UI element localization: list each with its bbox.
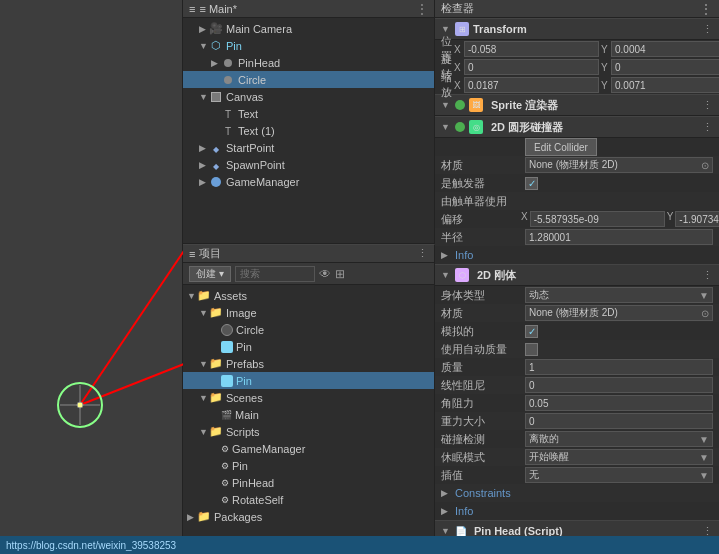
project-search-input[interactable] <box>235 266 315 282</box>
transform-header[interactable]: ▼ ⊞ Transform ⋮ <box>435 18 719 40</box>
rot-x-input[interactable] <box>464 59 599 75</box>
project-opts-btn[interactable]: ⋮ <box>417 247 428 260</box>
rigidbody-header[interactable]: ▼ ⬡ 2D 刚体 ⋮ <box>435 264 719 286</box>
item-label: GameManager <box>232 443 305 455</box>
project-item-main-scene[interactable]: 🎬 Main <box>183 406 434 423</box>
linear-drag-input[interactable] <box>525 377 713 393</box>
pos-x-field[interactable]: X <box>454 41 599 57</box>
scale-y-input[interactable] <box>611 77 719 93</box>
item-label: Main Camera <box>226 23 292 35</box>
item-label: Circle <box>236 324 264 336</box>
simulated-checkbox[interactable] <box>525 325 538 338</box>
offset-y-input[interactable] <box>675 211 719 227</box>
folder-icon: 📁 <box>197 289 211 302</box>
eye-icon[interactable]: 👁 <box>319 267 331 281</box>
create-button[interactable]: 创建 ▾ <box>189 266 231 282</box>
rot-y-field[interactable]: Y <box>601 59 719 75</box>
rb-material-row: 材质 None (物理材质 2D) ⊙ <box>435 304 719 322</box>
transform-options-btn[interactable]: ⋮ <box>702 23 713 36</box>
hierarchy-item-pin[interactable]: ▼ ⬡ Pin <box>183 37 434 54</box>
constraints-row[interactable]: ▶ Constraints <box>435 484 719 502</box>
script-icon: ⚙ <box>221 444 229 454</box>
gravity-input[interactable] <box>525 413 713 429</box>
hierarchy-item-text[interactable]: Text <box>183 105 434 122</box>
project-item-packages[interactable]: ▶ 📁 Packages <box>183 508 434 525</box>
body-type-row: 身体类型 动态 ▼ <box>435 286 719 304</box>
hierarchy-item-text1[interactable]: Text (1) <box>183 122 434 139</box>
project-item-pin-script[interactable]: ⚙ Pin <box>183 457 434 474</box>
inspector-title: 检查器 <box>441 1 474 16</box>
pos-x-input[interactable] <box>464 41 599 57</box>
hierarchy-item-pinhead[interactable]: ▶ PinHead <box>183 54 434 71</box>
mass-input[interactable] <box>525 359 713 375</box>
project-item-gamemanager-script[interactable]: ⚙ GameManager <box>183 440 434 457</box>
project-item-assets[interactable]: ▼ 📁 Assets <box>183 287 434 304</box>
project-item-pin-img[interactable]: Pin <box>183 338 434 355</box>
collision-dropdown[interactable]: 离散的 ▼ <box>525 431 713 447</box>
scene-circle-object[interactable] <box>55 380 105 430</box>
expand-arrow-icon: ▶ <box>441 506 451 516</box>
sprite-renderer-header[interactable]: ▼ 🖼 Sprite 渲染器 ⋮ <box>435 94 719 116</box>
auto-mass-checkbox[interactable] <box>525 343 538 356</box>
edit-collider-button[interactable]: Edit Collider <box>525 138 597 156</box>
hierarchy-item-gamemanager[interactable]: ▶ GameManager <box>183 173 434 190</box>
scene-view[interactable] <box>0 0 183 554</box>
auto-mass-label: 使用自动质量 <box>441 342 521 357</box>
rot-y-input[interactable] <box>611 59 719 75</box>
transform-label: Transform <box>473 23 527 35</box>
expand-arrow-icon: ▶ <box>441 250 451 260</box>
collider-info-row[interactable]: ▶ Info <box>435 246 719 264</box>
project-item-pinhead-script[interactable]: ⚙ PinHead <box>183 474 434 491</box>
project-item-circle[interactable]: Circle <box>183 321 434 338</box>
project-item-scenes[interactable]: ▼ 📁 Scenes <box>183 389 434 406</box>
sprite-options-btn[interactable]: ⋮ <box>702 99 713 112</box>
item-label: StartPoint <box>226 142 274 154</box>
radius-input[interactable] <box>525 229 713 245</box>
filter-icon[interactable]: ⊞ <box>335 267 345 281</box>
scale-y-field[interactable]: Y <box>601 77 719 93</box>
hierarchy-menu-icon[interactable]: ≡ <box>189 3 195 15</box>
project-item-prefabs[interactable]: ▼ 📁 Prefabs <box>183 355 434 372</box>
project-item-pin-prefab[interactable]: Pin <box>183 372 434 389</box>
sleep-dropdown[interactable]: 开始唤醒 ▼ <box>525 449 713 465</box>
inspector-options-btn[interactable]: ⋮ <box>699 1 713 17</box>
pos-y-field[interactable]: Y <box>601 41 719 57</box>
offset-x-input[interactable] <box>530 211 665 227</box>
trigger-checkbox[interactable] <box>525 177 538 190</box>
scene-circle-svg <box>55 380 105 430</box>
hierarchy-item-canvas[interactable]: ▼ Canvas <box>183 88 434 105</box>
rb-info-row[interactable]: ▶ Info <box>435 502 719 520</box>
interpolate-dropdown[interactable]: 无 ▼ <box>525 467 713 483</box>
dropdown-icon: ⊙ <box>701 160 709 171</box>
project-item-scripts[interactable]: ▼ 📁 Scripts <box>183 423 434 440</box>
project-item-image[interactable]: ▼ 📁 Image <box>183 304 434 321</box>
scale-x-field[interactable]: X <box>454 77 599 93</box>
hierarchy-item-startpoint[interactable]: ▶ StartPoint <box>183 139 434 156</box>
rigidbody-options-btn[interactable]: ⋮ <box>702 269 713 282</box>
hierarchy-item-main-camera[interactable]: ▶ 🎥 Main Camera <box>183 20 434 37</box>
interpolate-row: 插值 无 ▼ <box>435 466 719 484</box>
canvas-icon <box>209 90 223 104</box>
enabled-dot <box>455 100 465 110</box>
inspector-scroll[interactable]: ▼ ⊞ Transform ⋮ 位置 X Y Z <box>435 18 719 554</box>
body-type-dropdown[interactable]: 动态 ▼ <box>525 287 713 303</box>
project-item-rotateself-script[interactable]: ⚙ RotateSelf <box>183 491 434 508</box>
rb-material-dropdown[interactable]: None (物理材质 2D) ⊙ <box>525 305 713 321</box>
collider-header[interactable]: ▼ ◎ 2D 圆形碰撞器 ⋮ <box>435 116 719 138</box>
project-menu-icon[interactable]: ≡ <box>189 248 195 260</box>
hierarchy-lock-btn[interactable]: ⋮ <box>416 2 428 16</box>
pos-y-input[interactable] <box>611 41 719 57</box>
item-label: Text (1) <box>238 125 275 137</box>
hierarchy-item-circle[interactable]: Circle <box>183 71 434 88</box>
rb-material-value: None (物理材质 2D) <box>529 306 618 320</box>
hierarchy-item-spawnpoint[interactable]: ▶ SpawnPoint <box>183 156 434 173</box>
collider-options-btn[interactable]: ⋮ <box>702 121 713 134</box>
scale-x-input[interactable] <box>464 77 599 93</box>
material-dropdown[interactable]: None (物理材质 2D) ⊙ <box>525 157 713 173</box>
interpolate-arrow-icon: ▼ <box>699 470 709 481</box>
dropdown-arrow-icon: ▼ <box>699 290 709 301</box>
script-icon-ph: 📄 <box>455 526 467 537</box>
angular-drag-input[interactable] <box>525 395 713 411</box>
rot-x-field[interactable]: X <box>454 59 599 75</box>
item-label: GameManager <box>226 176 299 188</box>
